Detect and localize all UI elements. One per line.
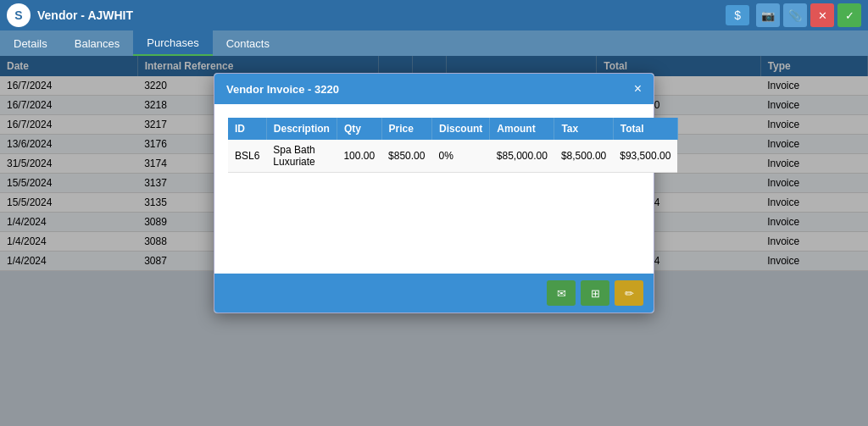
app-logo: S <box>7 3 31 27</box>
tab-contacts[interactable]: Contacts <box>213 30 283 56</box>
attach-icon: 📎 <box>788 9 802 22</box>
attach-button[interactable]: 📎 <box>783 3 807 27</box>
email-icon: ✉ <box>557 287 566 300</box>
modal-body: ID Description Qty Price Discount Amount… <box>214 104 654 274</box>
title-text: Vendor - AJWHIT <box>37 8 719 22</box>
close-window-icon: ✕ <box>818 9 827 22</box>
invoice-row: BSL6Spa Bath Luxuriate100.00$850.000%$85… <box>228 140 677 173</box>
tab-details[interactable]: Details <box>0 30 61 56</box>
print-button[interactable]: ⊞ <box>581 280 609 306</box>
inv-col-total: Total <box>613 118 677 140</box>
inv-col-tax: Tax <box>554 118 613 140</box>
print-icon: ⊞ <box>591 287 600 300</box>
tab-balances[interactable]: Balances <box>61 30 133 56</box>
inv-col-discount: Discount <box>431 118 489 140</box>
invoice-table: ID Description Qty Price Discount Amount… <box>228 118 678 173</box>
edit-button[interactable]: ✏ <box>615 280 643 306</box>
modal-footer: ✉ ⊞ ✏ <box>214 274 654 313</box>
dollar-button[interactable]: $ <box>726 5 749 25</box>
vendor-invoice-modal: Vendor Invoice - 3220 × ID Description Q… <box>214 73 654 313</box>
modal-close-button[interactable]: × <box>634 82 642 96</box>
close-window-button[interactable]: ✕ <box>810 3 834 27</box>
camera-icon: 📷 <box>761 9 775 22</box>
inv-col-desc: Description <box>266 118 337 140</box>
email-button[interactable]: ✉ <box>547 280 576 306</box>
inv-col-qty: Qty <box>337 118 381 140</box>
title-bar: S Vendor - AJWHIT $ 📷 📎 ✕ ✓ <box>0 0 868 30</box>
main-content: Date Internal Reference Total Type 16/7/… <box>0 56 868 426</box>
modal-title: Vendor Invoice - 3220 <box>226 83 339 96</box>
invoice-table-body: BSL6Spa Bath Luxuriate100.00$850.000%$85… <box>228 140 677 173</box>
inv-col-price: Price <box>381 118 431 140</box>
camera-button[interactable]: 📷 <box>756 3 780 27</box>
tab-purchases[interactable]: Purchases <box>133 30 212 56</box>
modal-header: Vendor Invoice - 3220 × <box>214 74 654 104</box>
confirm-button[interactable]: ✓ <box>837 3 861 27</box>
edit-icon: ✏ <box>625 287 634 300</box>
modal-overlay: Vendor Invoice - 3220 × ID Description Q… <box>0 56 868 426</box>
tabs: Details Balances Purchases Contacts <box>0 30 868 56</box>
title-actions: 📷 📎 ✕ ✓ <box>756 3 861 27</box>
inv-col-id: ID <box>228 118 266 140</box>
confirm-icon: ✓ <box>845 9 854 22</box>
inv-col-amount: Amount <box>490 118 554 140</box>
